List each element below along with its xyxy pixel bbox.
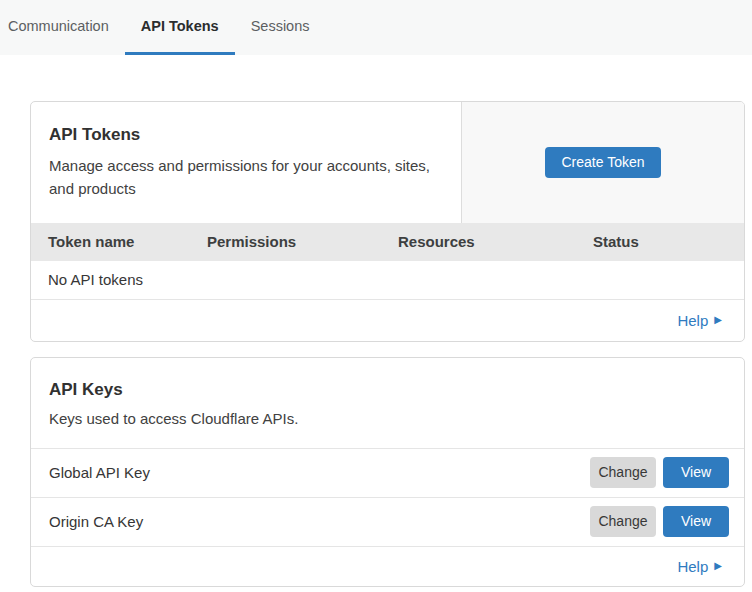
api-key-row-global: Global API Key Change View [31, 448, 744, 497]
api-keys-card-header: API Keys Keys used to access Cloudflare … [31, 358, 744, 448]
change-global-api-key-button[interactable]: Change [590, 457, 656, 488]
api-keys-card-footer: Help ▶ [31, 546, 744, 586]
change-origin-ca-key-button[interactable]: Change [590, 506, 656, 537]
table-row: No API tokens [31, 261, 744, 300]
api-key-row-origin-ca: Origin CA Key Change View [31, 497, 744, 546]
tab-communication[interactable]: Communication [0, 0, 125, 55]
api-tokens-card-header: API Tokens Manage access and permissions… [31, 102, 744, 223]
create-token-button[interactable]: Create Token [545, 147, 660, 178]
api-tokens-card-footer: Help ▶ [31, 300, 744, 341]
global-api-key-actions: Change View [590, 457, 729, 488]
view-global-api-key-button[interactable]: View [663, 457, 729, 488]
api-tokens-description: Manage access and permissions for your a… [49, 154, 443, 201]
column-header-resources: Resources [398, 233, 593, 250]
empty-tokens-message: No API tokens [48, 271, 143, 288]
column-header-token-name: Token name [48, 233, 207, 250]
api-keys-card: API Keys Keys used to access Cloudflare … [30, 357, 745, 587]
api-keys-description: Keys used to access Cloudflare APIs. [49, 410, 726, 427]
help-arrow-icon: ▶ [714, 561, 722, 571]
origin-ca-key-label: Origin CA Key [49, 513, 143, 530]
api-tokens-title: API Tokens [49, 125, 443, 145]
global-api-key-label: Global API Key [49, 464, 150, 481]
tab-api-tokens[interactable]: API Tokens [125, 0, 235, 55]
view-origin-ca-key-button[interactable]: View [663, 506, 729, 537]
origin-ca-key-actions: Change View [590, 506, 729, 537]
help-link-label: Help [677, 558, 708, 575]
help-link-label: Help [677, 312, 708, 329]
api-tokens-header-text: API Tokens Manage access and permissions… [31, 102, 461, 223]
help-arrow-icon: ▶ [714, 315, 722, 325]
api-tokens-help-link[interactable]: Help ▶ [677, 312, 722, 329]
api-tokens-card: API Tokens Manage access and permissions… [30, 101, 745, 342]
api-keys-help-link[interactable]: Help ▶ [677, 558, 722, 575]
tab-sessions[interactable]: Sessions [235, 0, 326, 55]
tab-bar: Communication API Tokens Sessions [0, 0, 752, 55]
api-keys-title: API Keys [49, 380, 726, 400]
column-header-status: Status [593, 233, 727, 250]
token-table-header: Token name Permissions Resources Status [31, 223, 744, 261]
api-tokens-action-panel: Create Token [461, 102, 744, 223]
column-header-permissions: Permissions [207, 233, 398, 250]
settings-content: API Tokens Manage access and permissions… [30, 101, 745, 587]
